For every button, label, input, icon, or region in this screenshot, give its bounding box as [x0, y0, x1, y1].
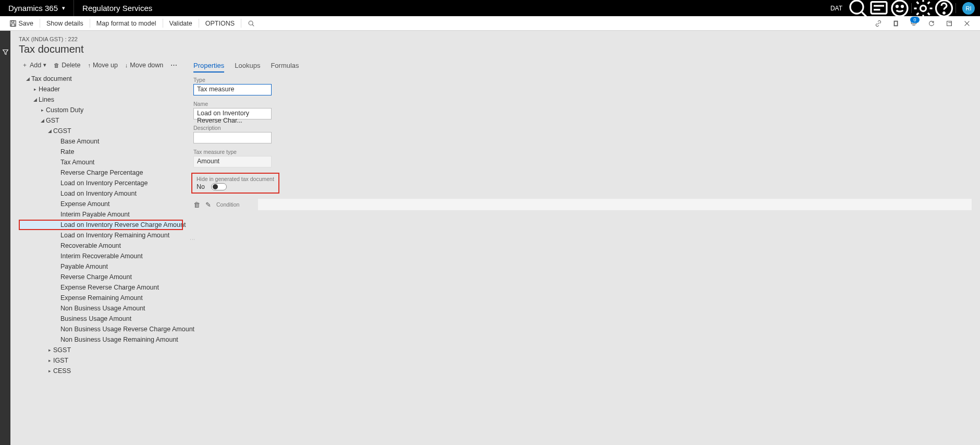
delete-button[interactable]: 🗑 Delete — [51, 60, 83, 70]
ellipsis-icon: ⋯ — [170, 62, 177, 69]
tree-node-leaf[interactable]: Non Business Usage Amount — [19, 303, 183, 314]
tree-node-leaf[interactable]: Interim Recoverable Amount — [19, 251, 183, 261]
name-input[interactable]: Load on Inventory Reverse Char... — [193, 108, 272, 119]
tree-node-cgst[interactable]: ◢CGST — [19, 126, 183, 136]
tree-label: CESS — [53, 367, 71, 375]
tree-label: Custom Duty — [46, 106, 83, 114]
description-input[interactable] — [193, 132, 272, 143]
tab-formulas[interactable]: Formulas — [271, 59, 299, 73]
tree-node-lines[interactable]: ◢Lines — [19, 94, 183, 105]
caret-right-icon: ▸ — [46, 368, 53, 374]
tree-node-leaf[interactable]: Tax Amount — [19, 157, 183, 167]
help-icon[interactable] — [934, 0, 954, 16]
tree-node-cess[interactable]: ▸CESS — [19, 366, 183, 376]
tree-node-leaf[interactable]: Payable Amount — [19, 261, 183, 272]
tree-node-gst[interactable]: ◢GST — [19, 115, 183, 126]
tree-node-leaf[interactable]: Rate — [19, 147, 183, 157]
tree-node-leaf[interactable]: Expense Reverse Charge Amount — [19, 282, 183, 293]
page-title: Tax document — [19, 43, 972, 55]
measure-type-input[interactable]: Amount — [193, 156, 272, 167]
smiley-icon[interactable] — [889, 0, 910, 16]
caret-down-icon: ◢ — [31, 97, 39, 102]
tree-node-igst[interactable]: ▸IGST — [19, 355, 183, 366]
tree-node-leaf[interactable]: Expense Remaining Amount — [19, 293, 183, 303]
messages-icon[interactable] — [868, 0, 889, 16]
save-button[interactable]: Save — [4, 16, 39, 30]
detail-tabs: Properties Lookups Formulas — [188, 59, 972, 73]
caret-right-icon: ▸ — [39, 107, 46, 113]
tree-node-leaf[interactable]: Load on Inventory Percentage — [19, 178, 183, 188]
show-details-button[interactable]: Show details — [41, 16, 89, 30]
tree-node-sgst[interactable]: ▸SGST — [19, 345, 183, 355]
condition-input[interactable] — [258, 199, 972, 210]
tree-node-leaf[interactable]: Reverse Charge Amount — [19, 272, 183, 282]
description-field: Description — [193, 125, 972, 143]
caret-down-icon: ◢ — [39, 118, 46, 123]
svg-rect-15 — [895, 21, 897, 25]
tree-node-leaf[interactable]: Load on Inventory Amount — [19, 188, 183, 199]
search-icon[interactable] — [848, 0, 868, 16]
company-selector[interactable]: DAT — [825, 0, 848, 16]
options-button[interactable]: OPTIONS — [200, 16, 240, 30]
tree-node-leaf[interactable]: Reverse Charge Percentage — [19, 167, 183, 178]
tree-node-leaf[interactable]: Interim Payable Amount — [19, 209, 183, 220]
tree-node-leaf[interactable]: Non Business Usage Remaining Amount — [19, 334, 183, 345]
top-navigation-bar: Dynamics 365 ▾ Regulatory Services DAT R… — [0, 0, 980, 16]
tree-label: Header — [39, 86, 60, 93]
cmdbar-search-icon[interactable] — [242, 16, 260, 30]
tab-lookups[interactable]: Lookups — [235, 59, 260, 73]
user-avatar[interactable]: RI — [962, 2, 975, 15]
svg-rect-10 — [11, 20, 14, 22]
tree-label: IGST — [53, 357, 68, 364]
validate-button[interactable]: Validate — [164, 16, 198, 30]
svg-point-5 — [902, 5, 903, 7]
delete-condition-icon[interactable]: 🗑 — [193, 201, 200, 209]
tree-node-root[interactable]: ◢Tax document — [19, 74, 183, 84]
module-name-block[interactable]: Regulatory Services — [74, 0, 161, 16]
splitter-handle[interactable]: ⋮ — [190, 237, 195, 242]
svg-point-0 — [850, 1, 863, 14]
tree-node-leaf[interactable]: Load on Inventory Remaining Amount — [19, 230, 183, 240]
gear-icon[interactable] — [913, 0, 934, 16]
caret-right-icon: ▸ — [31, 87, 39, 92]
hide-toggle[interactable] — [211, 183, 227, 190]
filter-rail[interactable] — [0, 31, 10, 445]
tree-node-custom-duty[interactable]: ▸Custom Duty — [19, 105, 183, 115]
app-switcher[interactable]: Dynamics 365 ▾ — [0, 0, 74, 16]
type-field: Type Tax measure — [193, 77, 972, 95]
chevron-down-icon: ▾ — [62, 5, 65, 11]
svg-rect-17 — [947, 21, 952, 26]
tab-label: Lookups — [235, 62, 260, 69]
tree-label: Load on Inventory Reverse Charge Amount — [60, 221, 186, 228]
tree-node-selected[interactable]: Load on Inventory Reverse Charge Amount — [19, 220, 183, 230]
tree-label: Tax document — [31, 75, 72, 82]
add-button[interactable]: ＋ Add ▾ — [19, 59, 50, 70]
edit-condition-icon[interactable]: ✎ — [205, 201, 211, 209]
breadcrumb: TAX (INDIA GST) : 222 — [19, 36, 972, 42]
tree-node-leaf[interactable]: Recoverable Amount — [19, 240, 183, 251]
type-input[interactable]: Tax measure — [193, 84, 272, 95]
move-up-button[interactable]: ↑ Move up — [84, 60, 120, 70]
close-icon[interactable] — [958, 16, 976, 30]
command-bar: Save Show details Map format to model Va… — [0, 16, 980, 31]
tree-label: Load on Inventory Amount — [60, 190, 137, 197]
move-down-label: Move down — [130, 62, 163, 69]
tree-node-header[interactable]: ▸Header — [19, 84, 183, 94]
tree-node-leaf[interactable]: Base Amount — [19, 136, 183, 147]
measure-type-field: Tax measure type Amount — [193, 149, 972, 167]
move-down-button[interactable]: ↓ Move down — [122, 60, 166, 70]
delete-label: Delete — [62, 62, 80, 69]
tree-toolbar: ＋ Add ▾ 🗑 Delete ↑ Move up ↓ Move dow — [19, 59, 183, 70]
tab-properties[interactable]: Properties — [193, 59, 224, 73]
tree-label: Reverse Charge Amount — [60, 273, 132, 281]
tree-label: Non Business Usage Amount — [60, 305, 145, 312]
tab-label: Formulas — [271, 62, 299, 69]
tree-node-leaf[interactable]: Business Usage Amount — [19, 314, 183, 324]
tree-node-leaf[interactable]: Expense Amount — [19, 199, 183, 209]
tree-label: Expense Amount — [60, 200, 110, 208]
map-format-button[interactable]: Map format to model — [91, 16, 162, 30]
svg-point-4 — [897, 5, 898, 7]
tree-node-leaf[interactable]: Non Business Usage Reverse Charge Amount — [19, 324, 183, 334]
more-button[interactable]: ⋯ — [167, 59, 180, 70]
tree-label: CGST — [53, 127, 71, 135]
